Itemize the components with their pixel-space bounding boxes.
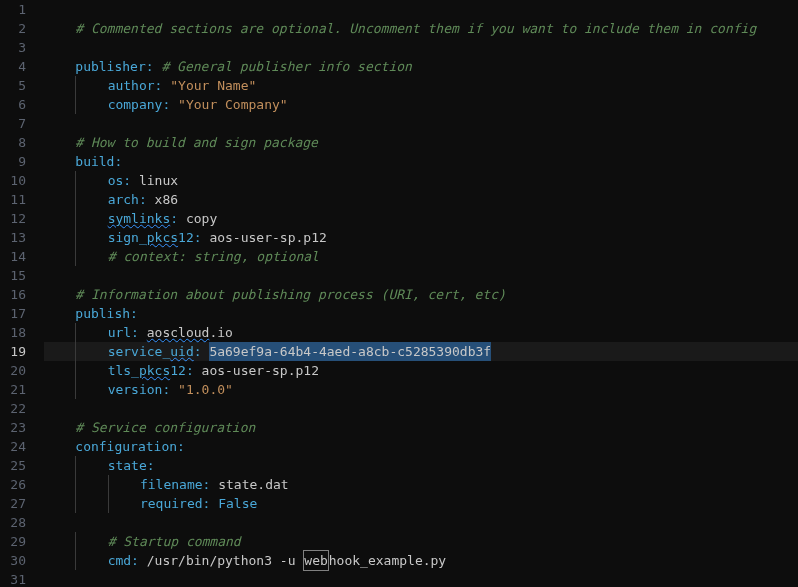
line-number: 13 <box>8 228 26 247</box>
line-number: 14 <box>8 247 26 266</box>
spellcheck-warning: uid <box>170 342 193 361</box>
code-line[interactable] <box>44 266 798 285</box>
line-number: 5 <box>8 76 26 95</box>
code-line[interactable] <box>44 513 798 532</box>
code-line[interactable]: service_uid: 5a69ef9a-64b4-4aed-a8cb-c52… <box>44 342 798 361</box>
line-number: 3 <box>8 38 26 57</box>
code-line[interactable]: # Service configuration <box>44 418 798 437</box>
code-line[interactable]: state: <box>44 456 798 475</box>
code-line[interactable]: # Startup command <box>44 532 798 551</box>
code-line[interactable]: required: False <box>44 494 798 513</box>
line-number: 22 <box>8 399 26 418</box>
code-content[interactable]: # Commented sections are optional. Uncom… <box>36 0 798 587</box>
line-number: 4 <box>8 57 26 76</box>
code-line[interactable]: tls_pkcs12: aos-user-sp.p12 <box>44 361 798 380</box>
spellcheck-warning: aoscloud <box>147 323 210 342</box>
line-number: 15 <box>8 266 26 285</box>
code-editor[interactable]: 1234567891011121314151617181920212223242… <box>0 0 798 587</box>
line-number: 17 <box>8 304 26 323</box>
line-number: 20 <box>8 361 26 380</box>
line-number: 9 <box>8 152 26 171</box>
code-line[interactable]: publish: <box>44 304 798 323</box>
code-line[interactable] <box>44 0 798 19</box>
line-number: 21 <box>8 380 26 399</box>
code-line[interactable]: version: "1.0.0" <box>44 380 798 399</box>
spellcheck-warning: pkcs <box>147 228 178 247</box>
code-line[interactable] <box>44 399 798 418</box>
line-number: 25 <box>8 456 26 475</box>
code-line[interactable]: filename: state.dat <box>44 475 798 494</box>
code-line[interactable]: symlinks: copy <box>44 209 798 228</box>
line-number: 2 <box>8 19 26 38</box>
spellcheck-warning: pkcs <box>139 361 170 380</box>
line-number: 24 <box>8 437 26 456</box>
line-number: 1 <box>8 0 26 19</box>
code-line[interactable]: cmd: /usr/bin/python3 -u webhook_example… <box>44 551 798 570</box>
code-line[interactable]: publisher: # General publisher info sect… <box>44 57 798 76</box>
code-line[interactable]: # How to build and sign package <box>44 133 798 152</box>
line-number: 11 <box>8 190 26 209</box>
line-number: 12 <box>8 209 26 228</box>
line-number: 27 <box>8 494 26 513</box>
line-number: 29 <box>8 532 26 551</box>
text-selection: 5a69ef9a-64b4-4aed-a8cb-c5285390db3f <box>209 342 491 361</box>
line-number: 8 <box>8 133 26 152</box>
line-number: 6 <box>8 95 26 114</box>
code-line[interactable]: configuration: <box>44 437 798 456</box>
line-number: 26 <box>8 475 26 494</box>
code-line[interactable]: # Information about publishing process (… <box>44 285 798 304</box>
code-line[interactable] <box>44 38 798 57</box>
line-number-gutter: 1234567891011121314151617181920212223242… <box>0 0 36 587</box>
code-line[interactable]: build: <box>44 152 798 171</box>
line-number: 10 <box>8 171 26 190</box>
line-number: 30 <box>8 551 26 570</box>
line-number: 7 <box>8 114 26 133</box>
code-line[interactable] <box>44 114 798 133</box>
code-line[interactable]: company: "Your Company" <box>44 95 798 114</box>
code-line[interactable] <box>44 570 798 587</box>
line-number: 19 <box>8 342 26 361</box>
code-line[interactable]: os: linux <box>44 171 798 190</box>
cursor: web <box>303 550 328 571</box>
code-line[interactable]: author: "Your Name" <box>44 76 798 95</box>
code-line[interactable]: sign_pkcs12: aos-user-sp.p12 <box>44 228 798 247</box>
line-number: 31 <box>8 570 26 587</box>
code-line[interactable]: arch: x86 <box>44 190 798 209</box>
code-line[interactable]: url: aoscloud.io <box>44 323 798 342</box>
line-number: 28 <box>8 513 26 532</box>
code-line[interactable]: # context: string, optional <box>44 247 798 266</box>
line-number: 16 <box>8 285 26 304</box>
line-number: 18 <box>8 323 26 342</box>
line-number: 23 <box>8 418 26 437</box>
code-line[interactable]: # Commented sections are optional. Uncom… <box>44 19 798 38</box>
